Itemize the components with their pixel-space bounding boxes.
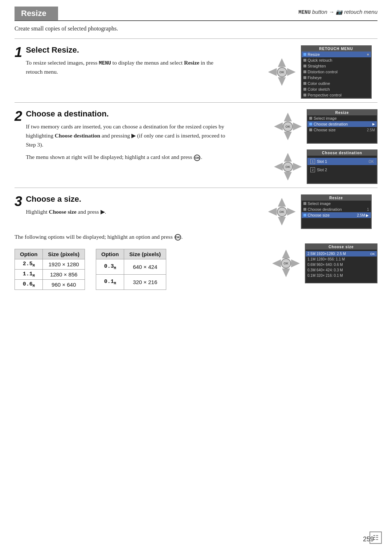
lcd-row-choose-dest-2: Choose destination 1: [302, 206, 371, 212]
lcd-slot-1-row: 1 Slot 1 OK: [307, 158, 377, 165]
slot-1-label: Slot 1: [317, 159, 327, 164]
step-2-content: Choose a destination. If two memory card…: [26, 109, 273, 165]
header-menu-info: MENU button → 📷 retouch menu: [58, 7, 377, 20]
menu-button-label: MENU: [298, 9, 311, 15]
dpad-step2b: OK: [273, 152, 302, 181]
choose-size-title: Choose size: [306, 244, 377, 250]
step-1-body: To resize selected images, press MENU to…: [26, 58, 229, 77]
step-2-body: If two memory cards are inserted, you ca…: [26, 122, 229, 162]
header-arrow: button →: [312, 9, 336, 15]
step-1-section: 1 Select Resize. To resize selected imag…: [15, 38, 377, 102]
table-cell-size: 640 × 424: [124, 259, 166, 274]
size-table-right: Option Size (pixels) 0.3M 640 × 424 0.1M…: [96, 249, 166, 290]
step-3-number: 3: [15, 194, 22, 208]
dpad-ok-2b: OK: [283, 162, 293, 172]
header-title-box: Resize: [15, 7, 58, 20]
dpad-step2a: OK: [273, 112, 302, 141]
table-cell-option: 0.3M: [96, 259, 124, 274]
resize-menu2-title: Resize: [302, 195, 371, 201]
dpad-right-3a: [287, 208, 296, 216]
dpad-left-2a: [274, 123, 283, 131]
table-cell-option: 0.1M: [96, 274, 124, 290]
dpad-up-2a: [284, 113, 292, 122]
dpad-ok-3a: OK: [277, 207, 287, 217]
lcd-row-perspective: Perspective control: [302, 92, 371, 98]
dpad-right-2a: [293, 123, 302, 131]
step-3-body1: Highlight Choose size and press ▶.: [26, 208, 229, 217]
table-cell-option: 1.1M: [15, 269, 43, 279]
lcd-size-row-11m: 1.1M 1280× 856: 1.1 M: [306, 257, 377, 262]
dpad-step1: OK: [268, 58, 297, 87]
dpad-ok: OK: [277, 67, 287, 77]
step-1-screen-row: OK RETOUCH MENU Resize ■ Quick retouch S…: [268, 45, 372, 99]
dpad-right-2b: [293, 163, 302, 171]
table-right-header-option: Option: [96, 249, 124, 259]
step-3-screens-top: OK Resize Select image Choose destinatio…: [261, 194, 377, 229]
step-2-screen-row-2: OK Choose destination 1 Slot 1 OK 2 Slot…: [273, 149, 377, 184]
table-cell-size: 960 × 640: [43, 279, 85, 290]
resize-menu2-screen: Resize Select image Choose destination 1…: [301, 194, 372, 229]
lcd-row-distortion: Distortion control: [302, 69, 371, 75]
table-row: 0.3M 640 × 424: [96, 259, 166, 274]
table-row: 0.6M 960 × 640: [15, 279, 85, 290]
lcd-size-row-01m: 0.1M 320× 216: 0.1 M: [306, 273, 377, 278]
dpad-down-3b: [282, 268, 290, 277]
table-row: 0.1M 320 × 216: [96, 274, 166, 290]
dpad-step3a: OK: [268, 197, 297, 226]
step-1-heading: Select Resize.: [26, 45, 79, 55]
dpad-down-2b: [284, 172, 292, 181]
lcd-dot-resize: [303, 53, 306, 56]
page-subtitle: Create small copies of selected photogra…: [15, 25, 377, 32]
step-3-section: 3 Choose a size. Highlight Choose size a…: [15, 188, 377, 233]
lcd-row-quick: Quick retouch: [302, 57, 371, 63]
lcd-row-choose-size-1: Choose size 2.5M: [307, 127, 377, 133]
step-3-content: Choose a size. Highlight Choose size and…: [26, 194, 261, 220]
dpad-right: [287, 68, 296, 76]
dpad-up-3b: [282, 250, 290, 258]
step-2-screens: OK Resize Select image Choose destinatio…: [273, 109, 377, 184]
dpad-ok-3b: OK: [281, 258, 291, 268]
lcd-row-select-image-2: Select image: [302, 201, 371, 206]
lcd-size-row-25m: 2.5M 1920×1280: 2.5 M OK: [306, 251, 377, 257]
table-left-header-option: Option: [15, 249, 43, 259]
lcd-size-row-06m: 0.6M 960× 640: 0.6 M: [306, 262, 377, 267]
retouch-menu-title: RETOUCH MENU: [302, 46, 371, 52]
dpad-up: [278, 58, 286, 67]
lcd-row-choose-size-2: Choose size 2.5M ▶: [302, 212, 371, 218]
table-cell-size: 1920 × 1280: [43, 259, 85, 269]
header-menu-path: retouch menu: [344, 9, 377, 15]
step-3-lower: The following options will be displayed;…: [15, 233, 377, 290]
slot-2-label: Slot 2: [317, 168, 327, 172]
lcd-row-fisheye: Fisheye: [302, 75, 371, 81]
step-3-body2: The following options will be displayed;…: [15, 233, 218, 242]
step-2-screen-row-1: OK Resize Select image Choose destinatio…: [273, 109, 377, 144]
lcd-row-coloroutline: Color outline: [302, 81, 371, 86]
step-3-heading: Choose a size.: [26, 194, 81, 204]
dpad-left-3b: [272, 259, 281, 267]
lcd-size-row-03m: 0.3M 640× 424: 0.3 M: [306, 267, 377, 273]
header-menu-icon: 📷: [336, 9, 343, 15]
table-row: 2.5M 1920 × 1280: [15, 259, 85, 269]
dpad-down: [278, 77, 286, 86]
lcd-row-choose-dest: Choose destination ▶: [307, 121, 377, 127]
lcd-slot-2-row: 2 Slot 2: [307, 166, 377, 173]
table-right-header-size: Size (pixels): [124, 249, 166, 259]
retouch-menu-screen: RETOUCH MENU Resize ■ Quick retouch Stra…: [301, 45, 372, 99]
lcd-row-select-image-1: Select image: [307, 115, 377, 121]
page-header: Resize MENU button → 📷 retouch menu: [15, 7, 377, 21]
table-cell-size: 320 × 216: [124, 274, 166, 290]
table-cell-option: 0.6M: [15, 279, 43, 290]
lcd-row-resize: Resize ■: [302, 52, 371, 57]
dpad-ok-2a: OK: [283, 122, 293, 132]
step-3-choose-size-area: OK Choose size 2.5M 1920×1280: 2.5 M OK …: [271, 243, 377, 283]
choose-dest-title: Choose destination: [307, 150, 377, 156]
step-3-screen-row-1: OK Resize Select image Choose destinatio…: [268, 194, 372, 229]
step-2-number: 2: [15, 109, 22, 123]
table-cell-option: 2.5M: [15, 259, 43, 269]
page-icon: ☷: [373, 534, 379, 542]
dpad-step3b: OK: [271, 249, 301, 278]
size-tables-wrapper: Option Size (pixels) 2.5M 1920 × 1280 1.…: [15, 249, 264, 290]
step-3-lower-text: The following options will be displayed;…: [15, 233, 264, 290]
page-icon-box: ☷: [369, 532, 382, 544]
dpad-left-2b: [274, 163, 283, 171]
